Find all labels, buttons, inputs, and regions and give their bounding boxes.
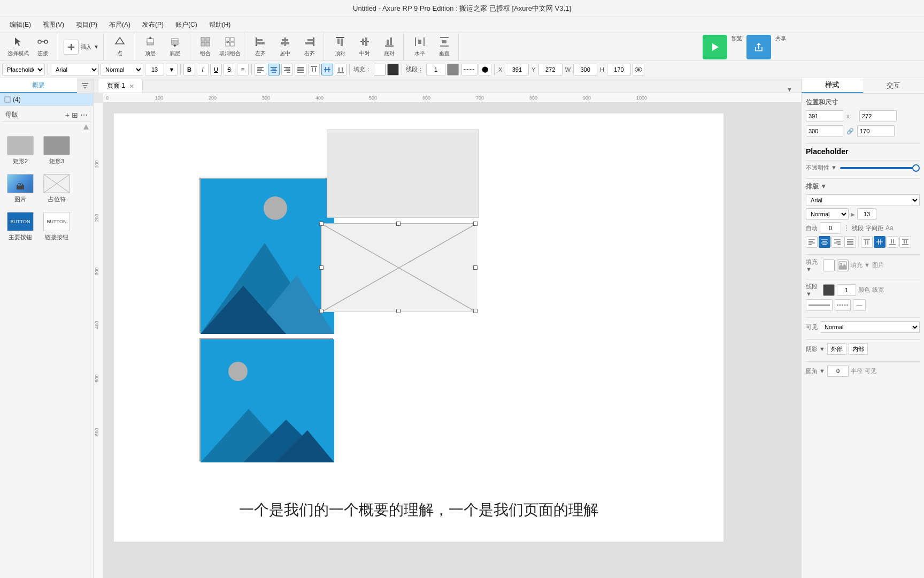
ungroup-button[interactable]: × 取消组合 [218,35,242,59]
x-position-input[interactable] [806,110,843,122]
visible-select[interactable]: Normal [820,321,920,333]
panel-item-rect2[interactable]: 矩形2 [4,136,36,165]
text-align-left-button[interactable] [255,64,266,75]
panel-scroll-handle[interactable] [2,122,91,132]
large-image-placeholder[interactable] [199,178,333,333]
menu-edit[interactable]: 编辑(E) [4,18,36,32]
y-position-input[interactable] [859,110,897,122]
stroke-color-swatch[interactable] [447,64,459,75]
valign-top-button[interactable]: 顶对 [328,35,352,59]
font-style-right-select[interactable]: Normal [806,208,849,220]
menu-view[interactable]: 视图(V) [37,18,70,32]
shadow-inner-btn[interactable]: 内部 [849,343,868,355]
vert-align-bottom-button[interactable] [335,64,346,75]
stroke-dash-btn[interactable] [835,299,851,311]
text-align-center-button[interactable] [268,64,280,75]
master-add-button[interactable]: + [65,111,70,119]
corner-radius-input[interactable] [827,365,849,377]
text-align-right-button[interactable] [281,64,293,75]
menu-project[interactable]: 项目(P) [71,18,103,32]
align-right-right-btn[interactable] [831,236,843,248]
master-more-button[interactable]: ⋯ [80,111,88,119]
handle-bm[interactable] [396,309,401,313]
fill-color-right-swatch[interactable] [823,260,835,271]
font-size-right-input[interactable] [857,208,876,220]
shadow-outer-btn[interactable]: 外部 [827,343,846,355]
menu-publish[interactable]: 发布(P) [137,18,169,32]
x-input[interactable] [505,64,529,75]
tab-style[interactable]: 样式 [802,78,863,93]
stroke-width-right-input[interactable] [837,284,856,296]
stroke-end-style-btn[interactable]: — [853,299,866,311]
valign-middle-button[interactable]: 中对 [353,35,376,59]
handle-bl[interactable] [319,309,324,313]
left-panel-filter[interactable] [77,78,93,93]
distribute-h-button[interactable]: 水平 [408,35,432,59]
font-size-arrow[interactable]: ▼ [166,64,178,75]
handle-tm[interactable] [396,222,401,226]
panel-item-btn-primary[interactable]: BUTTON 主要按钮 [4,212,36,241]
menu-help[interactable]: 帮助(H) [204,18,236,32]
align-right-button[interactable]: 右齐 [298,35,321,59]
opacity-thumb[interactable] [912,164,920,172]
group-button[interactable]: 组合 [194,35,217,59]
canvas-tab-page1[interactable]: 页面 1 × [98,79,143,93]
menu-layout[interactable]: 布局(A) [104,18,136,32]
share-button[interactable] [746,35,771,59]
align-center-button[interactable]: 居中 [273,35,297,59]
fill-color-swatch[interactable] [374,64,386,75]
tab-interact[interactable]: 交互 [863,78,925,93]
stroke-color-right-swatch[interactable] [823,284,835,296]
master-edit-button[interactable]: ⊞ [72,111,78,119]
italic-button[interactable]: I [197,64,209,75]
align-left-right-btn[interactable] [806,236,818,248]
panel-item-btn-link[interactable]: BUTTON 链接按钮 [41,212,73,241]
vert-align-top-button[interactable] [308,64,320,75]
selected-placeholder[interactable] [321,223,476,311]
underline-button[interactable]: U [210,64,222,75]
font-style-select[interactable]: Normal [101,64,143,75]
select-mode-button[interactable]: 选择模式 [6,35,30,59]
font-size-input[interactable] [145,64,164,75]
panel-item-rect3[interactable]: 矩形3 [41,136,73,165]
widget-type-select[interactable]: Placeholder [2,64,45,75]
line-spacing-icon[interactable]: ⋮ [843,224,850,232]
y-input[interactable] [538,64,563,75]
strikethrough-button[interactable]: S [224,64,235,75]
point-button[interactable]: 点 [108,35,132,59]
preview-button[interactable] [703,35,727,59]
stroke-solid-btn[interactable] [806,299,833,311]
align-center-right-btn[interactable] [819,236,830,248]
panel-item-placeholder[interactable]: 占位符 [41,174,73,203]
fill-color-dark-swatch[interactable] [387,64,399,75]
bottom-layer-button[interactable]: 底层 [163,35,187,59]
list-button[interactable]: ≡ [237,64,249,75]
canvas-tab-dropdown[interactable]: ▼ [782,86,797,93]
menu-account[interactable]: 账户(C) [170,18,203,32]
tab-outline[interactable]: 概要 [0,78,77,93]
valign-bottom-button[interactable]: 底对 [378,35,401,59]
gray-rectangle[interactable] [327,130,479,218]
align-left-button[interactable]: 左齐 [249,35,272,59]
small-image-placeholder[interactable] [199,338,333,461]
valign-bottom-right-btn[interactable] [887,236,898,248]
top-layer-button[interactable]: 顶层 [138,35,162,59]
fill-image-button[interactable] [837,260,849,271]
canvas-tab-close[interactable]: × [129,82,134,90]
w-input[interactable] [573,64,597,75]
h-size-input[interactable] [857,125,895,137]
handle-br[interactable] [473,309,478,313]
bold-button[interactable]: B [183,64,195,75]
handle-tl[interactable] [319,222,324,226]
distribute-v-button[interactable]: 垂直 [433,35,456,59]
vert-align-middle-button[interactable] [321,64,333,75]
font-family-right-select[interactable]: Arial [806,194,920,206]
stroke-width-input[interactable] [426,64,445,75]
lock-ratio-icon[interactable]: 🔗 [846,128,854,135]
stroke-end-button[interactable]: ⬤ [479,64,491,75]
handle-mr[interactable] [473,265,478,270]
valign-top-right-btn[interactable] [861,236,873,248]
connect-button[interactable]: 连接 [31,35,55,59]
handle-tr[interactable] [473,222,478,226]
insert-button[interactable]: 插入 ▼ [61,35,101,59]
